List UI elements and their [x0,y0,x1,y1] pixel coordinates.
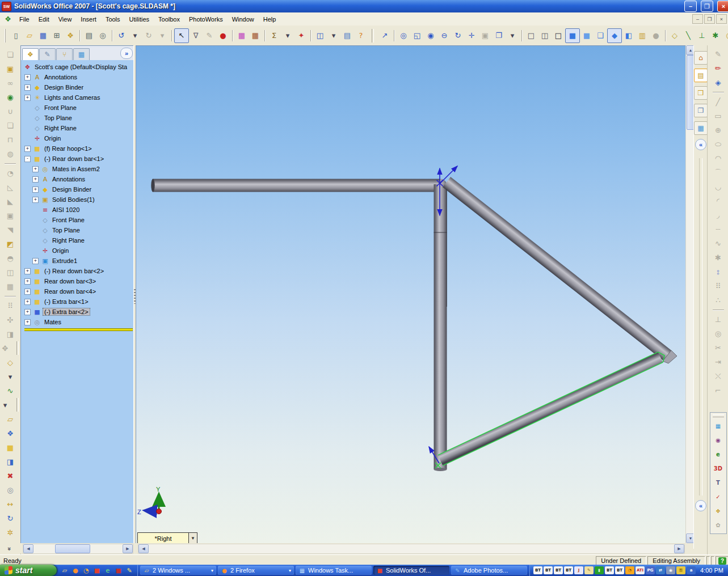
print-preview-button[interactable]: ◎ [96,29,110,43]
zoom-to-fit-button[interactable]: ◎ [397,29,410,43]
three-point-arc-button[interactable]: ⌒ [711,166,726,180]
quicklaunch-edrawings[interactable]: e [103,566,112,575]
menu-item[interactable]: Toolbox [154,14,184,24]
sketch-fillet-button[interactable]: ◞ [711,208,726,222]
menu-item[interactable]: Edit [34,14,54,24]
tree-item-origin-sub[interactable]: ✛Origin [23,245,134,256]
tree-item-rear-down-bar-1[interactable]: -■(-) Rear down bar<1> [23,154,134,164]
restore-button[interactable]: ❐ [701,1,713,12]
taskpane-collapse-button-2[interactable]: « [695,500,706,511]
view-axes-button[interactable]: ╲ [681,29,695,43]
more-tools-button[interactable]: » [3,544,16,552]
edit-component-button[interactable]: ▣ [3,62,18,76]
diagonal-tube-upper[interactable] [447,182,667,355]
toolbox-button[interactable]: T [711,476,726,490]
diagonal-tube-lower-selected[interactable] [440,357,660,460]
reference-geometry-dropdown[interactable]: ▾ [3,370,18,384]
rollback-bar[interactable] [24,328,133,331]
panel-flyout-button[interactable]: » [120,48,133,59]
photoworks-render-button[interactable]: ✦ [294,29,308,43]
chevron-down-icon[interactable]: ▼ [188,533,197,544]
make-assembly-button[interactable]: ❖ [64,29,77,43]
scroll-left-button[interactable]: ◀ [23,544,33,553]
jog-line-button[interactable]: ⌐ [711,383,726,397]
rotate-component-button[interactable]: ↻ [3,511,18,526]
mdi-minimize-button[interactable]: – [692,14,703,24]
taskpane-collapse-button[interactable]: « [695,139,706,150]
menu-item[interactable]: Insert [76,14,101,24]
traffic-light-button[interactable]: ● [216,29,230,43]
dissolve-button[interactable]: ✥ [0,341,12,355]
tree-expander[interactable]: + [32,258,39,264]
tree-expander[interactable]: + [24,278,31,285]
tangent-arc-button[interactable]: ◡ [711,180,726,194]
tree-expander[interactable]: + [24,95,31,101]
taskpane-tab-photoworks-items[interactable]: ▦ [694,121,708,135]
convert-entities-button[interactable]: ⊥ [711,312,726,327]
hidden-lines-visible-button[interactable]: ◫ [538,29,552,43]
close-button[interactable]: × [717,1,728,12]
taskpane-tab-file-explorer[interactable]: ❒ [694,86,708,100]
view-mode-button[interactable]: ▣ [478,29,492,43]
tree-expander[interactable]: + [24,84,31,91]
partial-ellipse-button[interactable]: ◠ [711,151,726,166]
realview-button[interactable]: ▥ [636,29,649,43]
open-button[interactable]: ▱ [23,29,36,43]
linear-pattern-button[interactable]: ⠿ [3,299,18,313]
tree-item-rear-down-bar-2[interactable]: +■(-) Rear down bar<2> [23,266,134,276]
scroll-right-button[interactable]: ▶ [674,544,684,553]
tree-item-front-plane[interactable]: ◇Front Plane [23,103,134,113]
undo-dropdown[interactable]: ▾ [128,29,142,43]
standard-views-button[interactable]: ❐ [492,29,506,43]
cosmosxpress-button[interactable]: ✿ [711,518,726,532]
tray-bt-3[interactable]: BT [554,566,563,574]
mirror-feature-button[interactable]: ◫ [3,265,18,279]
tree-expander[interactable] [24,135,31,142]
scroll-right-button[interactable]: ▶ [123,544,133,553]
tree-item-mates[interactable]: +◎Mates [23,317,134,327]
rotate-view-button[interactable]: ↻ [451,29,465,43]
taskbar-button-windows-explorer[interactable]: ▱2 Windows ...▾ [140,566,216,575]
magnified-selection-button[interactable]: ↗ [378,29,392,43]
solidworks-doc-icon[interactable]: ❖ [3,15,12,24]
graphics-viewport[interactable]: Y Z *Right ▼ [136,45,686,544]
sketch-button[interactable]: ✎ [203,29,216,43]
standard-views-dropdown[interactable]: ▾ [506,29,519,43]
wireframe-button[interactable]: □ [524,29,538,43]
minimize-button[interactable]: – [684,1,697,12]
menu-item[interactable]: Window [228,14,259,24]
edit-color-button[interactable]: ▦ [235,29,249,43]
zoom-in-out-button[interactable]: ◉ [424,29,437,43]
tree-expander[interactable]: + [24,309,31,315]
measure-dropdown[interactable]: ▾ [281,29,294,43]
tree-item-extra-bar-2[interactable]: +■(-) Extra bar<2> [23,307,134,317]
ellipse-button[interactable]: ⬭ [711,137,726,151]
shadows-in-shaded-button[interactable]: ❑ [594,29,607,43]
rectangle-button[interactable]: ▭ [711,109,726,123]
menu-item[interactable]: File [15,14,34,24]
tree-item-right-plane-sub[interactable]: ◇Right Plane [23,235,134,245]
tree-expander[interactable]: + [32,197,39,203]
shaded-button[interactable]: ■ [580,29,594,43]
quicklaunch-solidworks-viewer[interactable]: ■ [114,566,123,575]
tray-bt-5[interactable]: BT [605,566,614,574]
tree-root-assembly[interactable]: ❖ Scott's cage (Default<Display Sta [23,62,134,72]
line-button[interactable]: ╱ [711,95,726,109]
tray-volume[interactable]: ◉ [666,566,675,574]
help-button[interactable]: ? [354,29,368,43]
circle-button[interactable]: ⊕ [711,123,726,137]
save-button[interactable]: ▦ [36,29,50,43]
linear-sketch-pattern-button[interactable]: ⠿ [711,279,726,293]
shell-button[interactable]: ▣ [3,209,18,223]
tab-propertymanager[interactable]: ✎ [39,48,56,60]
tray-bt-1[interactable]: BT [533,566,542,574]
tree-expander[interactable] [32,217,39,223]
modify-sketch-button[interactable]: ◈ [711,75,726,90]
photoworks-item-button[interactable]: ▦ [711,419,726,433]
tab-configurationmanager[interactable]: ⑂ [56,48,73,60]
tree-item-mates-in-assem2[interactable]: +◎Mates in Assem2 [23,164,134,174]
tray-bt-4[interactable]: BT [564,566,573,574]
tree-item-rear-down-bar-3[interactable]: +■Rear down bar<3> [23,276,134,286]
tab-featuremanager[interactable]: ❖ [22,48,39,60]
taskbar-button-dropdown[interactable]: ▾ [289,568,291,573]
